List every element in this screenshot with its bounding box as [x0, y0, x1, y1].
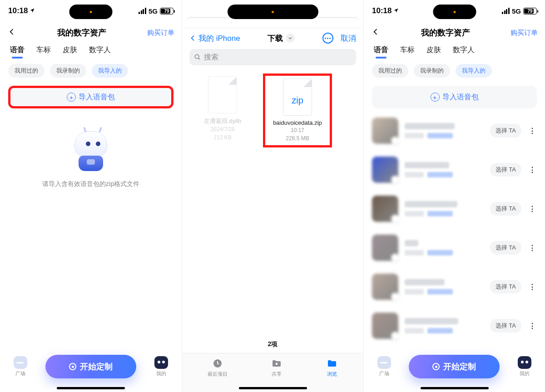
status-bar: 10:18 5G 79	[0, 0, 182, 22]
voice-item[interactable]: 选择 TA⋮	[372, 189, 537, 228]
voice-info	[405, 240, 484, 255]
screenshot-assets-empty: 10:18 5G 79 我的数字资产 购买订单 语音 车标 皮肤 数字人 我用过…	[0, 0, 182, 392]
more-icon[interactable]: ⋮	[528, 166, 537, 174]
chip-used[interactable]: 我用过的	[372, 64, 408, 78]
select-button[interactable]: 选择 TA	[490, 202, 521, 216]
status-bar	[182, 0, 363, 18]
select-button[interactable]: 选择 TA	[490, 280, 521, 294]
select-button[interactable]: 选择 TA	[490, 241, 521, 255]
import-label: 导入语音包	[442, 93, 479, 102]
import-voice-button[interactable]: + 导入语音包	[372, 86, 537, 108]
chip-imported[interactable]: 我导入的	[456, 64, 492, 78]
bottom-nav: 广场 开始定制 我的	[0, 349, 182, 392]
voice-item[interactable]: 选择 TA⋮	[372, 228, 537, 267]
select-button[interactable]: 选择 TA	[490, 319, 521, 333]
home-indicator	[57, 387, 125, 389]
dynamic-island	[228, 5, 318, 19]
cancel-button[interactable]: 取消	[341, 33, 356, 44]
location-icon	[393, 6, 399, 15]
folder-title[interactable]: 下载	[268, 33, 295, 44]
tab-voice[interactable]: 语音	[374, 45, 388, 58]
more-menu-button[interactable]	[322, 33, 333, 44]
import-voice-button[interactable]: + 导入语音包	[8, 86, 173, 108]
voice-item[interactable]: 选择 TA⋮	[372, 267, 537, 306]
voice-info	[405, 201, 484, 216]
start-customize-button[interactable]: 开始定制	[45, 355, 136, 378]
back-button[interactable]	[371, 27, 380, 38]
voice-thumbnail	[372, 313, 398, 339]
tab-recent[interactable]: 最近项目	[208, 358, 228, 377]
more-icon[interactable]: ⋮	[528, 244, 537, 252]
page-title: 我的数字资产	[16, 27, 147, 38]
items-count: 2项	[182, 340, 363, 348]
back-button[interactable]	[7, 27, 16, 38]
more-icon[interactable]: ⋮	[528, 283, 537, 291]
plaza-icon	[14, 356, 27, 369]
record-icon	[432, 363, 440, 370]
battery-icon: 79	[523, 8, 537, 15]
file-item-zip[interactable]: zip baiduvoicedata.zip 10:17 228.5 MB	[268, 78, 327, 142]
file-item-dylib[interactable]: 左滑返回.dylib 2024/7/28 213 KB	[193, 76, 252, 145]
more-icon[interactable]: ⋮	[528, 205, 537, 213]
nav-plaza[interactable]: 广场	[377, 356, 391, 377]
status-time: 10:18	[8, 6, 28, 15]
nav-mine[interactable]: 我的	[154, 356, 168, 377]
highlight-box: zip baiduvoicedata.zip 10:17 228.5 MB	[263, 74, 332, 147]
voice-list: 选择 TA⋮选择 TA⋮选择 TA⋮选择 TA⋮选择 TA⋮选择 TA⋮	[364, 111, 545, 345]
files-back-button[interactable]: 我的 iPhone	[189, 33, 240, 44]
home-indicator	[421, 387, 489, 389]
mine-icon	[518, 356, 531, 369]
voice-item[interactable]: 选择 TA⋮	[372, 150, 537, 189]
tab-digital-human[interactable]: 数字人	[453, 45, 475, 58]
voice-thumbnail	[372, 196, 398, 222]
voice-thumbnail	[372, 157, 398, 183]
orders-link[interactable]: 购买订单	[147, 29, 174, 37]
tab-car-logo[interactable]: 车标	[400, 45, 415, 58]
tab-browse[interactable]: 浏览	[326, 358, 338, 377]
robot-illustration	[70, 131, 111, 172]
tab-skin[interactable]: 皮肤	[426, 45, 441, 58]
network-label: 5G	[149, 7, 158, 15]
signal-icon	[502, 8, 510, 14]
voice-thumbnail	[372, 235, 398, 261]
plus-icon: +	[431, 93, 440, 102]
dynamic-island	[69, 5, 113, 19]
select-button[interactable]: 选择 TA	[490, 124, 521, 137]
page-header: 我的数字资产 购买订单	[364, 22, 545, 44]
orders-link[interactable]: 购买订单	[510, 29, 538, 37]
empty-hint: 请导入含有效语音包的zip格式文件	[42, 180, 139, 188]
start-customize-button[interactable]: 开始定制	[409, 355, 500, 378]
voice-item[interactable]: 选择 TA⋮	[372, 111, 537, 150]
network-label: 5G	[512, 7, 521, 15]
screenshot-files-picker: 我的 iPhone 下载 取消 搜索 左滑返回.dylib 2024/7/28 …	[182, 0, 363, 392]
files-header: 我的 iPhone 下载 取消	[182, 28, 363, 46]
svg-point-2	[276, 363, 278, 365]
page-title: 我的数字资产	[380, 27, 510, 38]
filter-chips: 我用过的 我录制的 我导入的	[364, 61, 545, 83]
search-input[interactable]: 搜索	[189, 49, 356, 65]
search-icon	[194, 54, 201, 61]
chip-used[interactable]: 我用过的	[8, 64, 45, 78]
files-grid: 左滑返回.dylib 2024/7/28 213 KB zip baiduvoi…	[182, 70, 363, 151]
nav-mine[interactable]: 我的	[518, 356, 531, 377]
nav-plaza[interactable]: 广场	[14, 356, 27, 377]
files-tabbar: 最近项目 共享 浏览	[182, 353, 363, 392]
battery-icon: 79	[160, 8, 173, 15]
more-icon[interactable]: ⋮	[528, 322, 537, 330]
tab-digital-human[interactable]: 数字人	[89, 45, 111, 58]
tab-car-logo[interactable]: 车标	[36, 45, 51, 58]
select-button[interactable]: 选择 TA	[490, 163, 521, 176]
tab-shared[interactable]: 共享	[271, 358, 282, 377]
signal-icon	[139, 8, 146, 14]
more-icon[interactable]: ⋮	[528, 127, 537, 135]
voice-item[interactable]: 选择 TA⋮	[372, 306, 537, 345]
chip-imported[interactable]: 我导入的	[92, 64, 128, 78]
tab-skin[interactable]: 皮肤	[63, 45, 77, 58]
category-tabs: 语音 车标 皮肤 数字人	[0, 44, 182, 61]
chip-recorded[interactable]: 我录制的	[414, 64, 450, 78]
tab-voice[interactable]: 语音	[10, 45, 25, 58]
location-icon	[30, 6, 35, 15]
plus-icon: +	[67, 93, 76, 102]
chip-recorded[interactable]: 我录制的	[50, 64, 86, 78]
voice-info	[405, 318, 484, 333]
